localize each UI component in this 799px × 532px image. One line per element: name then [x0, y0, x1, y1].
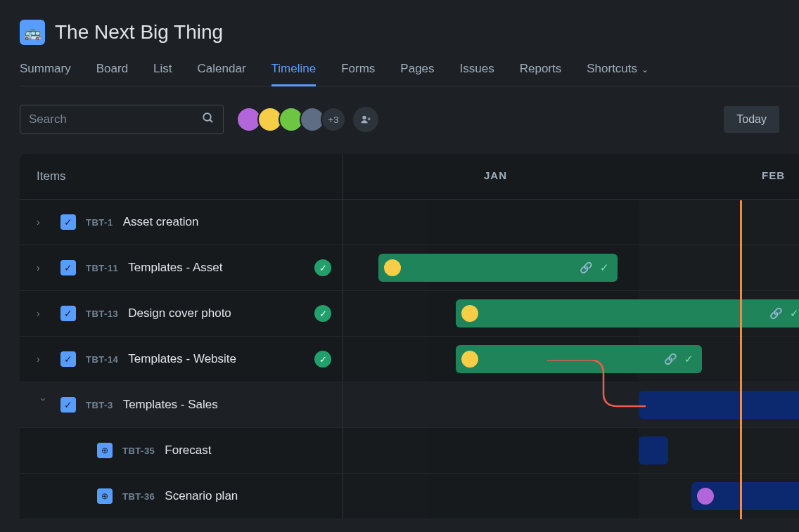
tab-calendar[interactable]: Calendar: [198, 62, 246, 86]
tab-reports[interactable]: Reports: [520, 62, 562, 86]
issue-title[interactable]: Design cover photo: [128, 306, 231, 320]
timeline-row[interactable]: ⊕ TBT-36 Scenario plan: [20, 474, 799, 519]
tab-list[interactable]: List: [153, 62, 172, 86]
issue-type-icon[interactable]: ✓: [60, 214, 76, 230]
issue-key[interactable]: TBT-1: [86, 217, 113, 228]
issue-title[interactable]: Asset creation: [123, 215, 199, 229]
check-icon: ✓: [600, 261, 609, 274]
issue-title[interactable]: Forecast: [165, 443, 211, 458]
tab-timeline[interactable]: Timeline: [271, 62, 317, 86]
status-done-icon: ✓: [314, 351, 331, 368]
expand-toggle[interactable]: ›: [37, 308, 51, 319]
tab-forms[interactable]: Forms: [341, 62, 375, 86]
issue-key[interactable]: TBT-35: [122, 446, 155, 456]
status-done-icon: ✓: [314, 305, 331, 322]
svg-point-2: [362, 116, 366, 119]
issue-title[interactable]: Templates - Website: [128, 352, 236, 366]
assignee-avatar-icon: [696, 486, 715, 506]
project-title: The Next Big Thing: [55, 21, 223, 44]
assignee-avatar-icon: [460, 304, 480, 323]
issue-key[interactable]: TBT-36: [122, 491, 155, 502]
tab-board[interactable]: Board: [96, 62, 128, 86]
svg-point-0: [203, 113, 211, 121]
issue-title[interactable]: Templates - Sales: [123, 398, 218, 412]
subtask-icon: ⊕: [97, 443, 113, 458]
timeline-bar[interactable]: 🔗 ✓: [456, 345, 702, 373]
add-user-button[interactable]: [353, 107, 378, 132]
status-done-icon: ✓: [314, 259, 331, 276]
month-label-feb: FEB: [762, 169, 785, 181]
link-icon[interactable]: 🔗: [769, 307, 783, 320]
month-label-jan: JAN: [484, 169, 507, 181]
issue-key[interactable]: TBT-3: [86, 400, 113, 410]
expand-toggle[interactable]: ›: [38, 398, 49, 412]
issue-key[interactable]: TBT-11: [86, 263, 118, 273]
tab-pages[interactable]: Pages: [400, 62, 434, 86]
months-header: JAN FEB: [343, 154, 799, 199]
issue-key[interactable]: TBT-13: [86, 309, 118, 319]
timeline-row[interactable]: › ✓ TBT-3 Templates - Sales: [20, 382, 799, 428]
svg-line-1: [210, 119, 212, 122]
issue-type-icon[interactable]: ✓: [60, 397, 76, 413]
check-icon: ✓: [790, 307, 799, 320]
issue-title[interactable]: Templates - Asset: [128, 261, 222, 275]
toolbar: +3 Today: [20, 105, 799, 134]
subtask-icon: ⊕: [97, 488, 113, 504]
timeline-bar[interactable]: [691, 482, 799, 510]
items-column-header: Items: [20, 154, 343, 199]
timeline-row[interactable]: › ✓ TBT-11 Templates - Asset ✓ 🔗 ✓: [20, 245, 799, 291]
timeline-bar[interactable]: 🔗 ✓: [456, 299, 799, 327]
timeline-panel: Items JAN FEB › ✓ TBT-1 Asset creation: [20, 154, 799, 519]
assignee-avatar-icon: [383, 258, 402, 278]
timeline-bar[interactable]: [639, 436, 668, 465]
project-header: 🚌 The Next Big Thing: [20, 20, 799, 45]
check-icon: ✓: [684, 353, 693, 365]
issue-type-icon[interactable]: ✓: [60, 351, 76, 367]
assignee-avatars: +3: [236, 107, 378, 132]
timeline-bar[interactable]: 🔗 ✓: [378, 254, 618, 282]
project-logo-icon: 🚌: [20, 20, 45, 45]
issue-type-icon[interactable]: ✓: [60, 260, 76, 275]
tab-shortcuts[interactable]: Shortcuts⌄: [587, 62, 648, 86]
expand-toggle[interactable]: ›: [37, 353, 51, 365]
timeline-row[interactable]: › ✓ TBT-14 Templates - Website ✓ 🔗 ✓: [20, 337, 799, 382]
today-button[interactable]: Today: [724, 106, 779, 133]
link-icon[interactable]: 🔗: [664, 353, 677, 365]
expand-toggle[interactable]: ›: [37, 262, 51, 273]
issue-title[interactable]: Scenario plan: [165, 489, 238, 503]
view-tabs: Summary Board List Calendar Timeline For…: [20, 62, 799, 86]
timeline-row[interactable]: › ✓ TBT-1 Asset creation: [20, 200, 799, 245]
search-icon: [202, 112, 215, 127]
timeline-bar[interactable]: [639, 391, 799, 419]
tab-summary[interactable]: Summary: [20, 62, 71, 86]
search-box[interactable]: [20, 105, 224, 134]
issue-type-icon[interactable]: ✓: [60, 306, 76, 321]
avatar-overflow[interactable]: +3: [321, 107, 346, 132]
expand-toggle[interactable]: ›: [37, 216, 51, 228]
today-marker: [740, 200, 742, 519]
assignee-avatar-icon: [460, 349, 480, 369]
tab-issues[interactable]: Issues: [460, 62, 494, 86]
search-input[interactable]: [29, 112, 202, 126]
timeline-row[interactable]: › ✓ TBT-13 Design cover photo ✓ 🔗 ✓: [20, 291, 799, 337]
issue-key[interactable]: TBT-14: [86, 354, 118, 365]
chevron-down-icon: ⌄: [641, 65, 648, 74]
timeline-row[interactable]: ⊕ TBT-35 Forecast: [20, 428, 799, 474]
link-icon[interactable]: 🔗: [580, 261, 593, 274]
